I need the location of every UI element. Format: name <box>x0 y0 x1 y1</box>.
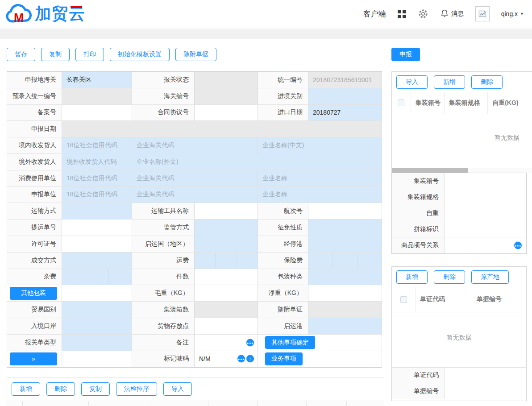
goods-location-field[interactable] <box>195 318 258 335</box>
domestic-consignee-name[interactable]: 企业名称(中文) <box>258 137 382 154</box>
pre-entry-number-field[interactable] <box>62 88 132 105</box>
freight-fields-1[interactable] <box>216 253 237 269</box>
more-icon[interactable]: ●●● <box>514 242 522 249</box>
scrollbar-thumb[interactable] <box>392 168 468 173</box>
misc-fee-fields[interactable] <box>62 269 132 286</box>
package-type-field[interactable] <box>308 269 382 286</box>
entry-port-field[interactable] <box>62 318 132 335</box>
gross-weight-field[interactable] <box>195 285 258 302</box>
container-number-field[interactable] <box>445 173 526 189</box>
transport-mode-field[interactable] <box>62 203 132 220</box>
misc-fee-fields-2[interactable] <box>109 269 132 285</box>
consume-unit-name[interactable]: 企业名称 <box>258 170 382 187</box>
declare-unit-name[interactable]: 企业名称 <box>258 187 382 203</box>
consume-unit-customs-code[interactable]: 企业海关代码 <box>132 170 258 187</box>
save-draft-button[interactable]: 暂存 <box>7 48 35 61</box>
expand-blank-field[interactable] <box>62 351 132 368</box>
other-items-confirm-button[interactable]: 其他事项确定 <box>265 336 315 349</box>
doc-delete-button[interactable]: 删除 <box>434 270 465 284</box>
other-packing-button[interactable]: 其他包装 <box>7 285 62 302</box>
overseas-consignee-code[interactable]: 境外收发货人代码 <box>62 154 132 170</box>
other-items-confirm-button[interactable]: 其他事项确定 <box>258 335 382 351</box>
declare-customs-field[interactable]: 长春关区 <box>62 72 132 88</box>
import-date-field[interactable]: 20180727 <box>308 105 382 121</box>
insurance-fields-1[interactable] <box>333 253 357 269</box>
more-icon[interactable]: ●●● <box>237 355 245 363</box>
remarks-field[interactable]: ●●● <box>195 335 258 351</box>
more-icon[interactable]: ●●● <box>246 339 254 346</box>
license-number-field[interactable] <box>62 236 132 253</box>
expand-more-button[interactable]: » <box>10 352 57 365</box>
goods-delete-button[interactable]: 删除 <box>46 382 75 396</box>
misc-fee-fields-1[interactable] <box>85 269 108 285</box>
lcl-flag-field[interactable] <box>445 221 526 237</box>
consume-unit-credit-code[interactable]: 18位社会信用代码 <box>62 170 132 187</box>
transaction-mode-field[interactable] <box>62 253 132 269</box>
voyage-number-field[interactable] <box>308 203 382 220</box>
messages-menu[interactable]: 消息 <box>440 8 464 19</box>
departure-country-field[interactable] <box>195 236 258 253</box>
business-items-button[interactable]: 业务事项 <box>265 352 303 365</box>
levy-nature-field[interactable] <box>308 220 382 236</box>
expand-more-button[interactable]: » <box>7 351 62 368</box>
marks-numbers-field[interactable]: N/M●●●↑ <box>195 351 258 368</box>
container-add-button[interactable]: 新增 <box>434 75 465 89</box>
package-count-field[interactable] <box>195 269 258 286</box>
copy-button[interactable]: 复制 <box>41 48 70 61</box>
goods-copy-button[interactable]: 复制 <box>81 382 110 396</box>
container-select-all-checkbox[interactable] <box>398 99 404 106</box>
contract-number-field[interactable] <box>195 105 258 121</box>
container-weight-field[interactable] <box>445 205 526 221</box>
transport-name-field[interactable] <box>195 203 258 220</box>
declaration-type-field[interactable] <box>62 335 132 351</box>
doc-add-button[interactable]: 新增 <box>396 270 428 284</box>
upload-icon[interactable]: ↑ <box>246 355 254 363</box>
customs-number-field[interactable] <box>195 88 258 105</box>
insurance-fields-0[interactable] <box>308 253 333 269</box>
client-link[interactable]: 客户端 <box>363 9 386 19</box>
user-menu[interactable]: qing.x ▼ <box>501 10 524 17</box>
domestic-consignee-customs-code[interactable]: 企业海关代码 <box>132 137 258 154</box>
declare-unit-customs-code[interactable]: 企业海关代码 <box>132 187 258 203</box>
stopover-port-field[interactable] <box>308 236 382 253</box>
goods-add-button[interactable]: 新增 <box>12 382 40 396</box>
avatar[interactable] <box>475 6 490 21</box>
net-weight-field[interactable] <box>308 285 382 302</box>
container-delete-button[interactable]: 删除 <box>471 75 503 89</box>
insurance-fields-2[interactable] <box>357 253 382 269</box>
freight-fields[interactable] <box>195 253 258 269</box>
goods-import-button[interactable]: 导入 <box>163 382 192 396</box>
entry-customs-field[interactable] <box>308 88 382 105</box>
doc-number-field[interactable] <box>445 383 526 399</box>
overseas-consignee-name[interactable]: 企业名称(外文) <box>132 154 382 170</box>
settings-gear-icon[interactable] <box>418 8 428 19</box>
business-items-button[interactable]: 业务事项 <box>258 351 382 368</box>
origin-place-button[interactable]: 原产地 <box>471 270 509 284</box>
print-button[interactable]: 打印 <box>75 48 104 61</box>
insurance-fields[interactable] <box>308 253 382 269</box>
container-spec-field[interactable] <box>445 189 526 205</box>
supervision-mode-field[interactable] <box>195 220 258 236</box>
departure-port-field[interactable] <box>308 318 382 335</box>
declare-status-field[interactable] <box>195 72 258 88</box>
unified-number-field[interactable]: 20180723185619001 <box>308 72 382 88</box>
init-template-button[interactable]: 初始化模板设置 <box>110 48 170 61</box>
doc-select-all-checkbox[interactable] <box>400 296 407 303</box>
other-packing-button[interactable]: 其他包装 <box>10 287 57 300</box>
container-import-button[interactable]: 导入 <box>396 75 428 89</box>
doc-code-field[interactable] <box>445 368 526 383</box>
attached-docs-field[interactable] <box>308 302 382 318</box>
record-number-field[interactable] <box>62 105 132 121</box>
domestic-consignee-credit-code[interactable]: 18位社会信用代码 <box>62 137 132 154</box>
freight-fields-0[interactable] <box>195 253 216 269</box>
declare-unit-credit-code[interactable]: 18位社会信用代码 <box>62 187 132 203</box>
container-count-field[interactable] <box>195 302 258 318</box>
inspection-sort-button[interactable]: 法检排序 <box>116 382 157 396</box>
trade-country-field[interactable] <box>62 302 132 318</box>
freight-fields-2[interactable] <box>237 253 258 269</box>
misc-fee-fields-0[interactable] <box>62 269 85 285</box>
declare-button[interactable]: 申报 <box>391 48 420 61</box>
attached-docs-button[interactable]: 随附单据 <box>175 48 216 61</box>
app-logo[interactable]: M 加贸云 <box>0 1 86 27</box>
bill-of-lading-field[interactable] <box>62 220 132 236</box>
